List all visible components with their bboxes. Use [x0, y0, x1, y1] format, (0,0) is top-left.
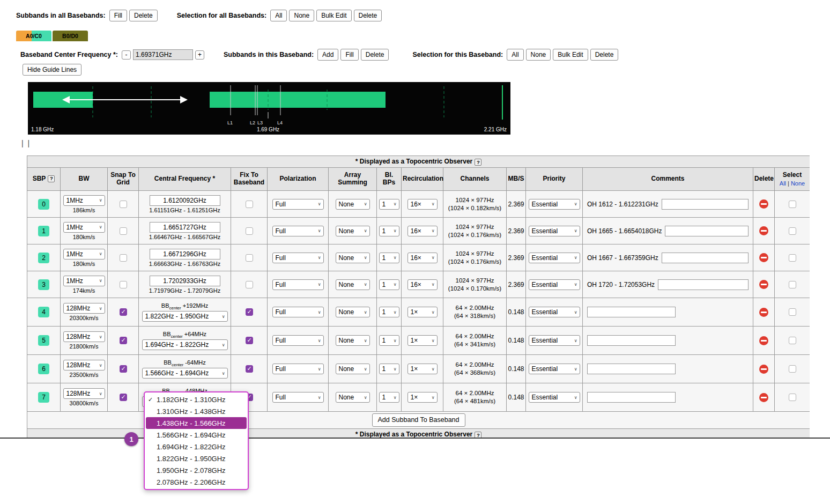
array-summing-select[interactable]: None∨: [336, 253, 370, 263]
fix-to-baseband-checkbox[interactable]: [246, 337, 253, 344]
comment-input[interactable]: [587, 392, 676, 403]
select-none-link[interactable]: None: [791, 180, 805, 187]
select-subband-checkbox[interactable]: [789, 337, 796, 344]
priority-select[interactable]: Essential∨: [529, 335, 580, 346]
recirculation-select[interactable]: 16×∨: [407, 279, 438, 290]
delete-selected-this-baseband-button[interactable]: Delete: [590, 49, 619, 61]
bl-bps-select[interactable]: 1∨: [379, 253, 399, 263]
central-frequency-select[interactable]: 1.566GHz - 1.694GHz∨: [142, 368, 228, 379]
recirculation-select[interactable]: 16×∨: [407, 199, 438, 210]
fix-to-baseband-checkbox[interactable]: [246, 308, 253, 316]
array-summing-select[interactable]: None∨: [336, 364, 370, 374]
polarization-select[interactable]: Full∨: [272, 335, 324, 346]
array-summing-select[interactable]: None∨: [336, 392, 370, 403]
bandwidth-select[interactable]: 1MHz∨: [63, 276, 105, 286]
select-subband-checkbox[interactable]: [789, 201, 796, 208]
select-subband-checkbox[interactable]: [789, 227, 796, 235]
recirculation-select[interactable]: 1×∨: [407, 307, 438, 317]
bl-bps-select[interactable]: 1∨: [379, 279, 399, 290]
recirculation-select[interactable]: 16×∨: [407, 253, 438, 263]
bandwidth-select[interactable]: 1MHz∨: [63, 222, 105, 233]
tab-b0d0[interactable]: B0/D0: [53, 31, 88, 41]
select-all-this-baseband-button[interactable]: All: [507, 49, 523, 61]
delete-subband-icon[interactable]: [759, 308, 768, 317]
dropdown-option[interactable]: 1.822GHz - 1.950GHz: [146, 453, 247, 464]
fix-to-baseband-checkbox[interactable]: [246, 201, 253, 208]
snap-to-grid-checkbox[interactable]: [120, 308, 127, 316]
priority-select[interactable]: Essential∨: [529, 199, 580, 210]
delete-this-baseband-button[interactable]: Delete: [361, 49, 389, 61]
snap-to-grid-checkbox[interactable]: [120, 337, 127, 344]
fill-this-baseband-button[interactable]: Fill: [340, 49, 358, 61]
bandwidth-select[interactable]: 128MHz∨: [63, 388, 105, 399]
array-summing-select[interactable]: None∨: [336, 199, 370, 210]
fix-to-baseband-checkbox[interactable]: [246, 227, 253, 235]
priority-select[interactable]: Essential∨: [529, 364, 580, 374]
array-summing-select[interactable]: None∨: [336, 335, 370, 346]
fix-to-baseband-checkbox[interactable]: [246, 365, 253, 373]
snap-to-grid-checkbox[interactable]: [120, 281, 127, 288]
dropdown-option[interactable]: 1.566GHz - 1.694GHz: [146, 429, 247, 441]
fix-to-baseband-checkbox[interactable]: [246, 281, 253, 288]
select-none-basebands-button[interactable]: None: [289, 10, 314, 21]
dropdown-option[interactable]: 1.438GHz - 1.566GHz: [146, 417, 247, 429]
comment-input[interactable]: [587, 307, 676, 317]
delete-all-basebands-button[interactable]: Delete: [129, 10, 158, 21]
array-summing-select[interactable]: None∨: [336, 307, 370, 317]
bl-bps-select[interactable]: 1∨: [379, 364, 399, 374]
polarization-select[interactable]: Full∨: [272, 392, 324, 403]
snap-to-grid-checkbox[interactable]: [120, 365, 127, 373]
comment-input[interactable]: [587, 335, 676, 346]
delete-subband-icon[interactable]: [759, 336, 768, 345]
central-frequency-input[interactable]: [150, 195, 220, 206]
central-frequency-dropdown[interactable]: ✓1.182GHz - 1.310GHz1.310GHz - 1.438GHz1…: [144, 391, 249, 490]
priority-select[interactable]: Essential∨: [529, 226, 580, 236]
central-frequency-input[interactable]: [150, 222, 220, 233]
recirculation-select[interactable]: 1×∨: [407, 364, 438, 374]
delete-selected-basebands-button[interactable]: Delete: [354, 10, 382, 21]
dropdown-option[interactable]: 1.310GHz - 1.438GHz: [146, 405, 247, 417]
bandwidth-select[interactable]: 128MHz∨: [63, 360, 105, 370]
polarization-select[interactable]: Full∨: [272, 364, 324, 374]
select-subband-checkbox[interactable]: [789, 394, 796, 401]
bl-bps-select[interactable]: 1∨: [379, 392, 399, 403]
bulk-edit-basebands-button[interactable]: Bulk Edit: [316, 10, 351, 21]
array-summing-select[interactable]: None∨: [336, 279, 370, 290]
priority-select[interactable]: Essential∨: [529, 307, 580, 317]
recirculation-select[interactable]: 1×∨: [407, 335, 438, 346]
dropdown-option[interactable]: 1.694GHz - 1.822GHz: [146, 441, 247, 453]
polarization-select[interactable]: Full∨: [272, 253, 324, 263]
recirculation-select[interactable]: 16×∨: [407, 226, 438, 236]
priority-select[interactable]: Essential∨: [529, 253, 580, 263]
priority-select[interactable]: Essential∨: [529, 392, 580, 403]
delete-subband-icon[interactable]: [759, 280, 768, 289]
fix-to-baseband-checkbox[interactable]: [246, 254, 253, 262]
delete-subband-icon[interactable]: [759, 253, 768, 262]
delete-subband-icon[interactable]: [759, 365, 768, 374]
select-subband-checkbox[interactable]: [789, 281, 796, 288]
snap-to-grid-checkbox[interactable]: [120, 394, 127, 401]
hide-guide-lines-button[interactable]: Hide Guide Lines: [23, 64, 81, 76]
delete-subband-icon[interactable]: [759, 393, 768, 402]
select-none-this-baseband-button[interactable]: None: [526, 49, 551, 61]
comment-input[interactable]: [587, 364, 676, 374]
bandwidth-select[interactable]: 128MHz∨: [63, 303, 105, 314]
help-icon[interactable]: ?: [48, 175, 55, 182]
polarization-select[interactable]: Full∨: [272, 199, 324, 210]
bl-bps-select[interactable]: 1∨: [379, 335, 399, 346]
bulk-edit-this-baseband-button[interactable]: Bulk Edit: [553, 49, 588, 61]
select-subband-checkbox[interactable]: [789, 308, 796, 316]
dropdown-option[interactable]: 2.078GHz - 2.206GHz: [146, 476, 247, 488]
array-summing-select[interactable]: None∨: [336, 226, 370, 236]
bl-bps-select[interactable]: 1∨: [379, 307, 399, 317]
select-subband-checkbox[interactable]: [789, 365, 796, 373]
select-all-link[interactable]: All: [780, 180, 786, 187]
add-subband-toolbar-button[interactable]: Add: [317, 49, 338, 61]
bl-bps-select[interactable]: 1∨: [379, 226, 399, 236]
comment-input[interactable]: [658, 279, 749, 290]
add-subband-button[interactable]: Add Subband To Baseband: [372, 413, 465, 427]
dropdown-option[interactable]: 1.950GHz - 2.078GHz: [146, 464, 247, 476]
delete-subband-icon[interactable]: [759, 199, 768, 209]
central-frequency-input[interactable]: [150, 249, 220, 260]
polarization-select[interactable]: Full∨: [272, 279, 324, 290]
